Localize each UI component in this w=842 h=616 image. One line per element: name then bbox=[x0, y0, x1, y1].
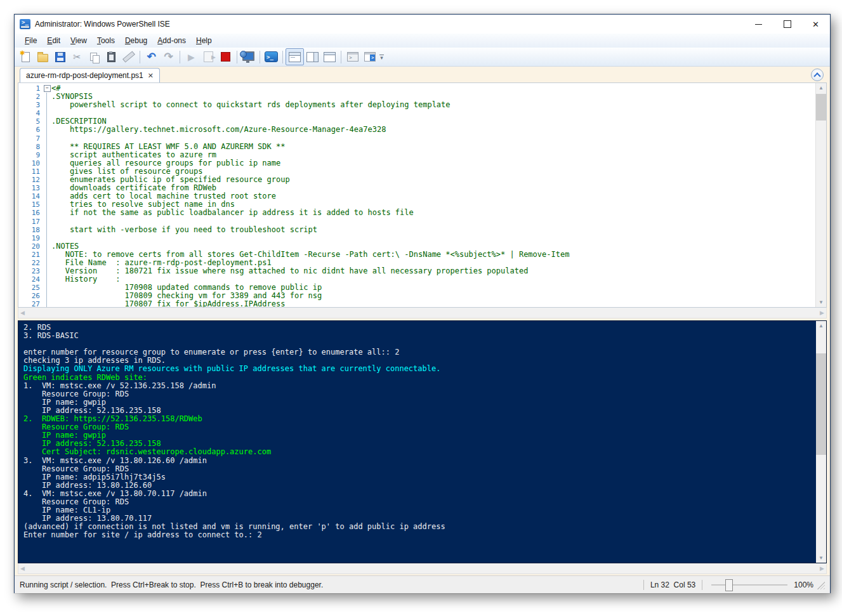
cut-button[interactable]: ✂ bbox=[69, 49, 86, 65]
zoom-slider[interactable] bbox=[711, 579, 787, 591]
fold-guide-line bbox=[44, 167, 51, 176]
tab-close-icon[interactable]: ✕ bbox=[148, 72, 154, 80]
menu-tools[interactable]: Tools bbox=[92, 35, 120, 46]
line-number: 17 bbox=[18, 218, 44, 226]
editor-lines[interactable]: 1−<#2.SYNOPSIS3 powershell script to con… bbox=[18, 83, 815, 307]
line-number: 15 bbox=[18, 200, 44, 209]
scroll-right-arrow-icon[interactable]: ▶ bbox=[820, 310, 824, 316]
new-script-button[interactable]: ✱ bbox=[17, 49, 34, 65]
menu-debug[interactable]: Debug bbox=[120, 35, 152, 46]
menu-view[interactable]: View bbox=[65, 35, 92, 46]
status-right-cluster: Ln 32 Col 53 100% bbox=[637, 579, 825, 591]
maximize-button[interactable] bbox=[773, 15, 801, 34]
scroll-right-arrow-icon[interactable]: ▶ bbox=[820, 565, 824, 572]
title-bar[interactable]: >_ Administrator: Windows PowerShell ISE… bbox=[15, 15, 830, 34]
expand-collapse-button[interactable] bbox=[811, 69, 824, 81]
code-line: 21 NOTE: to remove certs from all stores… bbox=[18, 251, 815, 259]
show-script-pane-maximized-button[interactable] bbox=[321, 49, 338, 65]
console-horizontal-scrollbar[interactable]: ◀ ▶ bbox=[18, 563, 827, 574]
toolbar-separator bbox=[237, 51, 237, 63]
code-line: 16 if not the same as public loadbalance… bbox=[18, 209, 815, 217]
content-area: 1−<#2.SYNOPSIS3 powershell script to con… bbox=[15, 82, 830, 574]
chevron-up-icon bbox=[813, 72, 820, 79]
paste-button[interactable] bbox=[103, 49, 120, 65]
code-text: if not the same as public loadbalancer i… bbox=[51, 209, 414, 217]
console-scroll-thumb[interactable] bbox=[816, 353, 826, 455]
fold-guide-line bbox=[44, 218, 51, 226]
console-scroll-track[interactable] bbox=[816, 331, 826, 553]
scroll-up-arrow-icon[interactable]: ▲ bbox=[816, 321, 826, 331]
scroll-up-arrow-icon[interactable]: ▲ bbox=[816, 83, 826, 93]
editor-vertical-scrollbar[interactable]: ▲ ▼ bbox=[815, 83, 826, 307]
toolbar-overflow-button[interactable]: ▾ bbox=[379, 55, 384, 59]
editor-scroll-track[interactable] bbox=[816, 93, 826, 298]
editor-horizontal-scrollbar[interactable]: ◀ ▶ bbox=[18, 308, 827, 318]
paste-clipboard-icon bbox=[107, 52, 115, 62]
open-script-button[interactable] bbox=[34, 49, 51, 65]
code-text: .NOTES bbox=[51, 242, 79, 251]
fold-guide-line bbox=[44, 292, 51, 300]
run-selection-button[interactable] bbox=[200, 49, 217, 65]
fold-guide-line bbox=[44, 300, 51, 307]
line-column-indicator: Ln 32 Col 53 bbox=[650, 580, 695, 589]
stop-square-icon bbox=[221, 52, 230, 62]
status-message: Running script / selection. Press Ctrl+B… bbox=[20, 580, 323, 589]
clear-console-button[interactable] bbox=[120, 49, 137, 65]
new-powershell-tab-button[interactable]: > bbox=[344, 49, 361, 65]
code-line: 3 powershell script to connect to quicks… bbox=[18, 101, 815, 109]
menu-file[interactable]: File bbox=[20, 35, 42, 46]
copy-icon bbox=[90, 53, 97, 61]
line-number: 6 bbox=[18, 126, 44, 134]
console-vertical-scrollbar[interactable]: ▲ ▼ bbox=[816, 321, 826, 563]
fold-collapse-box[interactable]: − bbox=[44, 84, 51, 93]
menu-help[interactable]: Help bbox=[191, 35, 217, 46]
console-output[interactable]: 2. RDS3. RDS-BASIC enter number for reso… bbox=[18, 321, 816, 563]
menu-add-ons[interactable]: Add-ons bbox=[152, 35, 191, 46]
redo-button[interactable]: ↷ bbox=[160, 49, 177, 65]
minimize-button[interactable] bbox=[744, 15, 773, 34]
line-number: 19 bbox=[18, 234, 44, 242]
start-powershell-button[interactable]: >_ bbox=[263, 49, 280, 65]
fold-guide-line bbox=[44, 159, 51, 167]
script-editor-pane[interactable]: 1−<#2.SYNOPSIS3 powershell script to con… bbox=[18, 82, 827, 308]
run-script-button[interactable]: ▶ bbox=[183, 49, 200, 65]
console-line: 2. RDWEB: https://52.136.235.158/RDWeb bbox=[23, 415, 816, 423]
toolbar: ✱ ✂ ↶ ↷ ▶ >_ > > ▾ bbox=[15, 48, 830, 67]
copy-button[interactable] bbox=[86, 49, 103, 65]
fold-guide-line bbox=[44, 259, 51, 267]
zoom-slider-track[interactable] bbox=[711, 584, 787, 586]
close-button[interactable]: ✕ bbox=[801, 15, 830, 34]
zoom-slider-thumb[interactable] bbox=[725, 579, 733, 591]
show-command-window-button[interactable]: > bbox=[361, 49, 378, 65]
undo-button[interactable]: ↶ bbox=[143, 49, 160, 65]
fold-guide-line bbox=[44, 176, 51, 184]
line-number: 13 bbox=[18, 184, 44, 192]
resize-grip[interactable] bbox=[817, 582, 825, 589]
code-line: 18 start with -verbose if you need to tr… bbox=[18, 226, 815, 234]
line-number: 23 bbox=[18, 267, 44, 275]
line-number: 11 bbox=[18, 167, 44, 176]
fold-guide-line bbox=[44, 284, 51, 292]
show-script-pane-right-button[interactable] bbox=[304, 49, 321, 65]
save-button[interactable] bbox=[51, 49, 69, 65]
console-line: 2. RDS bbox=[23, 324, 816, 332]
code-line: 10 queries all resource groups for publi… bbox=[18, 159, 815, 167]
line-number: 27 bbox=[18, 300, 44, 307]
menu-edit[interactable]: Edit bbox=[42, 35, 65, 46]
fold-guide-line bbox=[44, 101, 51, 109]
stop-operation-button[interactable] bbox=[217, 49, 234, 65]
tab-azure-rm-rdp-post-deployment[interactable]: azure-rm-rdp-post-deployment.ps1 ✕ bbox=[20, 68, 160, 82]
run-selection-icon bbox=[204, 51, 213, 62]
scroll-left-arrow-icon[interactable]: ◀ bbox=[20, 565, 25, 572]
new-remote-powershell-tab-button[interactable] bbox=[240, 49, 257, 65]
scroll-left-arrow-icon[interactable]: ◀ bbox=[20, 310, 25, 316]
scroll-down-arrow-icon[interactable]: ▼ bbox=[816, 298, 826, 307]
line-number: 14 bbox=[18, 192, 44, 200]
scroll-down-arrow-icon[interactable]: ▼ bbox=[816, 553, 826, 563]
fold-guide-line bbox=[44, 126, 51, 134]
code-line: 17 bbox=[18, 218, 815, 226]
show-script-pane-top-button[interactable] bbox=[286, 48, 304, 65]
editor-scroll-thumb[interactable] bbox=[816, 94, 826, 121]
fold-guide-line bbox=[44, 134, 51, 143]
fold-guide-line bbox=[44, 109, 51, 117]
